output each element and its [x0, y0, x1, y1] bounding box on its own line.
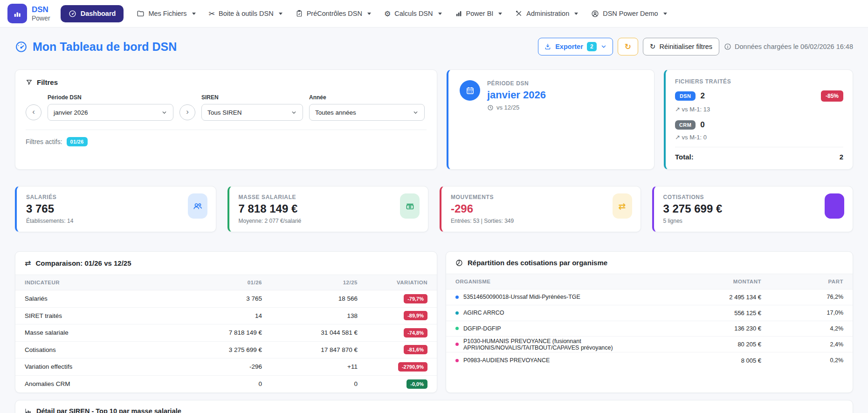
pie-chart-icon — [455, 259, 463, 267]
previous-period-button[interactable]: ‹ — [26, 104, 41, 120]
repartition-title: Répartition des cotisations par organism… — [446, 252, 853, 274]
variation-badge: -74,8% — [404, 328, 427, 337]
kpi-value: 3 275 699 € — [663, 202, 844, 215]
chevron-down-icon — [600, 43, 607, 50]
files-card-label: FICHIERS TRAITÉS — [675, 78, 843, 85]
nav-precontroles[interactable]: PréContrôles DSN — [296, 10, 371, 17]
info-icon — [724, 43, 731, 50]
chevron-right-icon: › — [186, 107, 189, 117]
table-row: AGIRC ARRCO 556 125 € 17,0% — [446, 305, 853, 321]
kpi-value: 7 818 149 € — [239, 202, 419, 215]
reset-icon: ↻ — [650, 42, 656, 51]
top-navbar: DSN Power Dashboard Mes Fichiers ✂ Boite… — [0, 0, 868, 28]
nav-power-bi[interactable]: Power BI — [455, 10, 503, 17]
nav-mes-fichiers[interactable]: Mes Fichiers — [137, 10, 195, 18]
person-icon — [591, 10, 599, 18]
annee-select[interactable]: Toutes années — [309, 104, 425, 121]
bar-chart-icon — [455, 10, 462, 17]
variation-badge: -79,7% — [404, 294, 427, 303]
chevron-down-icon — [498, 13, 502, 15]
detail-siren-card: Détail par SIREN - Top 10 par masse sala… — [15, 400, 853, 413]
data-loaded-status: Données chargées le 06/02/2026 16:48 — [724, 43, 853, 50]
nav-dashboard-label: Dashboard — [81, 10, 116, 17]
reset-filters-button[interactable]: ↻ Réinitialiser filtres — [643, 38, 719, 55]
funnel-icon — [26, 79, 33, 86]
chevron-down-icon — [161, 110, 167, 116]
chevron-left-icon: ‹ — [32, 107, 35, 117]
chevron-down-icon — [279, 13, 282, 15]
chevron-down-icon — [192, 13, 196, 15]
organisme-dot — [455, 296, 459, 299]
chevron-down-icon — [438, 13, 442, 15]
chevron-down-icon — [291, 110, 297, 116]
folder-icon — [137, 10, 145, 18]
organisme-dot — [455, 343, 459, 346]
siren-select[interactable]: Tous SIREN — [201, 104, 303, 121]
variation-badge: -81,6% — [404, 345, 427, 354]
kpi-value: -296 — [451, 202, 631, 215]
active-filter-badge: 01/26 — [67, 137, 88, 146]
nav-calculs[interactable]: ⚙ Calculs DSN — [384, 9, 442, 18]
variation-badge: -0,0% — [406, 379, 427, 389]
table-row: Variation effectifs -296 +11 -2790,9% — [15, 358, 437, 376]
download-icon — [544, 43, 551, 50]
chevron-down-icon — [574, 13, 578, 15]
kpi-label: MOUVEMENTS — [451, 194, 631, 200]
clipboard-icon — [296, 10, 303, 17]
purple-square-icon — [825, 193, 844, 219]
kpi-subtext: 5 lignes — [663, 218, 844, 224]
active-filters-label: Filtres actifs: — [26, 138, 62, 145]
gear-icon: ⚙ — [384, 9, 391, 18]
nav-dashboard-button[interactable]: Dashboard — [61, 5, 124, 22]
dsn-vs-text: ↗ vs M-1: 13 — [675, 106, 843, 113]
table-row: Salariés 3 765 18 566 -79,7% — [15, 290, 437, 308]
detail-title: Détail par SIREN - Top 10 par masse sala… — [15, 400, 853, 413]
crm-vs-text: ↗ vs M-1: 0 — [675, 134, 843, 141]
next-period-button[interactable]: › — [179, 104, 195, 120]
kpi-cotisations-card: COTISATIONS 3 275 699 € 5 lignes — [652, 186, 854, 232]
kpi-label: MASSE SALARIALE — [239, 194, 419, 200]
page-title: Mon Tableau de bord DSN — [15, 40, 177, 54]
chevron-down-icon — [413, 110, 419, 116]
export-label: Exporter — [555, 43, 583, 50]
comparison-title: ⇄ Comparaison: 01/26 vs 12/25 — [15, 252, 437, 275]
total-value: 2 — [840, 153, 843, 161]
gauge-icon — [15, 41, 28, 53]
nav-boite-a-outils[interactable]: ✂ Boite à outils DSN — [209, 9, 282, 18]
gauge-icon — [69, 10, 76, 18]
app-logo[interactable]: DSN Power — [7, 4, 50, 23]
trend-up-icon: ↗ — [675, 106, 682, 113]
tools-icon — [515, 10, 523, 17]
filters-card: Filtres ‹ Période DSN janvier 2026 › — [15, 69, 437, 170]
table-row: DGFIP-DGFIP 136 230 € 4,2% — [446, 321, 853, 337]
periode-card-label: PÉRIODE DSN — [487, 80, 546, 87]
organisme-dot — [455, 359, 459, 362]
swap-arrows-icon: ⇄ — [25, 259, 31, 268]
chevron-down-icon — [367, 13, 371, 15]
nav-user-menu[interactable]: DSN Power Demo — [591, 10, 667, 18]
periode-label: Période DSN — [48, 94, 173, 101]
clock-icon — [487, 104, 494, 111]
banknote-icon — [400, 193, 420, 219]
comparison-card: ⇄ Comparaison: 01/26 vs 12/25 INDICATEUR… — [15, 251, 437, 393]
table-row: P0983-AUDIENS PREVOYANCE 8 005 € 0,2% — [446, 352, 853, 368]
people-icon — [188, 193, 207, 219]
siren-label: SIREN — [201, 94, 303, 101]
periode-vs-text: vs 12/25 — [496, 104, 519, 111]
organisme-dot — [455, 327, 459, 330]
refresh-button[interactable]: ↻ — [618, 38, 638, 55]
comparison-table-header: INDICATEUR 01/26 12/25 VARIATION — [15, 275, 437, 290]
kpi-mouvements-card: MOUVEMENTS -296 Entrées: 53 | Sorties: 3… — [440, 186, 641, 232]
export-button[interactable]: Exporter 2 — [538, 38, 613, 55]
calendar-icon — [460, 80, 480, 101]
table-row: P1030-HUMANIS PREVOYANCE (fusionnant APR… — [446, 337, 853, 352]
dsn-delta-badge: -85% — [821, 90, 843, 102]
total-label: Total: — [675, 153, 694, 161]
kpi-subtext: Établissements: 14 — [26, 218, 207, 224]
repartition-card: Répartition des cotisations par organism… — [446, 251, 853, 393]
periode-select[interactable]: janvier 2026 — [48, 104, 173, 121]
nav-administration[interactable]: Administration — [515, 10, 578, 17]
table-row: SIRET traités 14 138 -89,9% — [15, 308, 437, 325]
brand-subtitle: Power — [32, 14, 50, 22]
table-row: Masse salariale 7 818 149 € 31 044 581 €… — [15, 324, 437, 342]
